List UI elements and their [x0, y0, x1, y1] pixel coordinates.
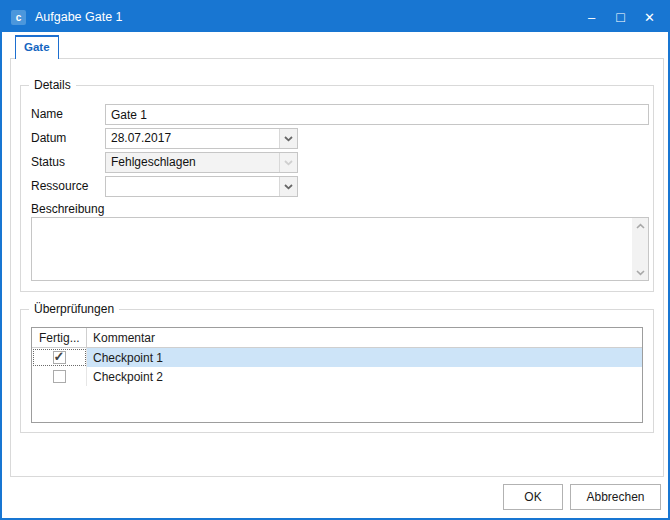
name-input[interactable] — [105, 104, 649, 125]
ressource-value — [106, 177, 279, 196]
maximize-icon[interactable]: □ — [606, 2, 635, 32]
status-value: Fehlgeschlagen — [106, 153, 279, 172]
details-groupbox: Details Name Datum 28.07.2017 Status Feh… — [20, 85, 654, 292]
beschreibung-label: Beschreibung — [31, 202, 104, 216]
window-title: Aufgabe Gate 1 — [35, 10, 577, 24]
scroll-down-icon[interactable] — [632, 265, 648, 280]
name-label: Name — [31, 107, 63, 121]
tab-strip: Gate — [15, 35, 59, 59]
title-bar[interactable]: c Aufgabe Gate 1 – □ ✕ — [2, 2, 668, 32]
checkpoints-table: Fertig... Kommentar Checkpoint 1 Checkpo… — [31, 327, 643, 423]
tab-gate[interactable]: Gate — [15, 35, 59, 59]
row-comment: Checkpoint 1 — [87, 348, 642, 367]
checks-groupbox: Überprüfungen Fertig... Kommentar Checkp… — [20, 309, 654, 433]
beschreibung-textbox — [31, 217, 649, 281]
minimize-icon[interactable]: – — [577, 2, 606, 32]
window-controls: – □ ✕ — [577, 2, 664, 32]
column-header-fertig[interactable]: Fertig... — [32, 328, 87, 347]
chevron-down-icon[interactable] — [279, 129, 297, 148]
scroll-up-icon[interactable] — [632, 218, 648, 233]
datum-value: 28.07.2017 — [106, 129, 279, 148]
status-combobox: Fehlgeschlagen — [105, 152, 298, 173]
column-header-kommentar[interactable]: Kommentar — [87, 328, 161, 347]
chevron-down-icon — [279, 153, 297, 172]
table-row[interactable]: Checkpoint 2 — [32, 367, 642, 386]
checkbox[interactable] — [53, 351, 66, 364]
ressource-combobox[interactable] — [105, 176, 298, 197]
details-legend: Details — [29, 78, 76, 92]
close-icon[interactable]: ✕ — [635, 2, 664, 32]
datum-combobox[interactable]: 28.07.2017 — [105, 128, 298, 149]
checks-legend: Überprüfungen — [29, 302, 119, 316]
vertical-scrollbar[interactable] — [632, 218, 648, 280]
app-icon: c — [11, 10, 26, 25]
datum-label: Datum — [31, 131, 66, 145]
dialog-window: c Aufgabe Gate 1 – □ ✕ Gate Details Name… — [0, 0, 670, 520]
cancel-button[interactable]: Abbrechen — [570, 484, 661, 510]
chevron-down-icon[interactable] — [279, 177, 297, 196]
status-label: Status — [31, 155, 65, 169]
table-header: Fertig... Kommentar — [32, 328, 642, 348]
table-row[interactable]: Checkpoint 1 — [32, 348, 642, 367]
checkbox[interactable] — [53, 370, 66, 383]
checkbox-cell[interactable] — [32, 367, 87, 386]
checkbox-cell[interactable] — [32, 348, 87, 367]
ressource-label: Ressource — [31, 179, 88, 193]
beschreibung-textarea[interactable] — [32, 218, 631, 280]
ok-button[interactable]: OK — [503, 484, 563, 510]
row-comment: Checkpoint 2 — [87, 367, 642, 386]
